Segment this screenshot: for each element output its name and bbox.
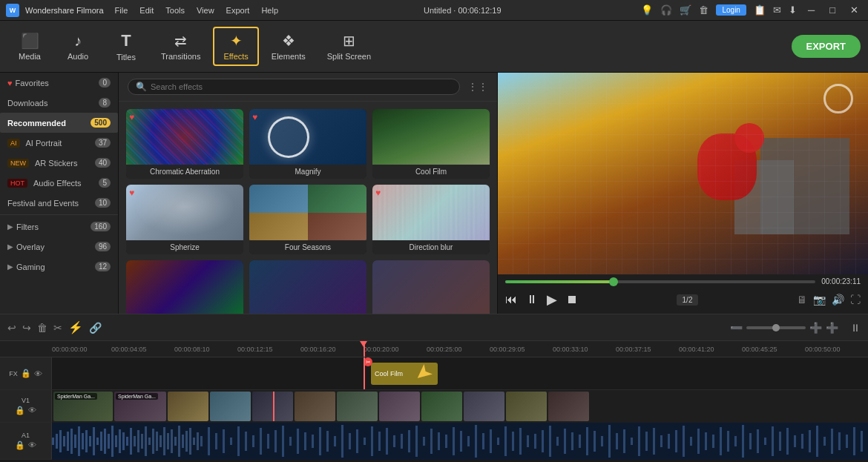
delete-button[interactable]: 🗑: [37, 322, 47, 334]
video-thumb-11[interactable]: [506, 392, 547, 421]
panel-item-gaming[interactable]: ▶ Gaming 12: [0, 257, 118, 277]
pause-timeline-icon[interactable]: ⏸: [850, 322, 861, 334]
panel-item-festival[interactable]: Festival and Events 10: [0, 193, 118, 213]
add-track-icon[interactable]: ➕: [826, 322, 838, 334]
effect-card-r3c[interactable]: [372, 260, 490, 314]
menu-view[interactable]: View: [191, 4, 220, 16]
preview-video: [498, 73, 868, 274]
search-bar[interactable]: 🔍: [128, 79, 460, 95]
play-button[interactable]: ▶: [547, 291, 557, 308]
panel-item-downloads[interactable]: Downloads 8: [0, 93, 118, 113]
volume-icon[interactable]: 🔊: [832, 294, 844, 306]
camera-icon[interactable]: 📷: [813, 294, 826, 306]
lightbulb-icon[interactable]: 💡: [641, 4, 653, 16]
tool-elements[interactable]: ❖ Elements: [263, 28, 315, 65]
video-thumb-6[interactable]: [295, 392, 335, 421]
bookmark-icon[interactable]: 📋: [754, 4, 766, 16]
video-thumb-2[interactable]: SpiderMan Ga...: [114, 392, 166, 421]
undo-button[interactable]: ↩: [7, 322, 16, 334]
audio-lock-icon[interactable]: 🔒: [15, 440, 25, 450]
tool-titles[interactable]: T Titles: [104, 27, 148, 65]
cool-film-clip[interactable]: Cool Film: [371, 363, 438, 385]
cut-button[interactable]: ✂: [53, 322, 62, 334]
menu-file[interactable]: File: [110, 4, 134, 16]
video-thumb-3[interactable]: [168, 392, 208, 421]
maximize-button[interactable]: □: [826, 4, 839, 16]
login-button[interactable]: Login: [716, 4, 746, 16]
video-thumb-9[interactable]: [421, 392, 462, 421]
effect-card-four-seasons[interactable]: Four Seasons: [249, 185, 366, 254]
svg-rect-94: [594, 431, 596, 452]
tool-transitions[interactable]: ⇄ Transitions: [152, 28, 209, 65]
video-thumb-5[interactable]: [252, 392, 293, 421]
menu-help[interactable]: Help: [256, 4, 283, 16]
title-bar-right: 💡 🎧 🛒 🗑 Login 📋 ✉ ⬇ ─ □ ✕: [641, 4, 862, 16]
audio-eye-icon[interactable]: 👁: [28, 440, 36, 450]
tool-media[interactable]: ⬛ Media: [7, 28, 52, 65]
panel-item-overlay[interactable]: ▶ Overlay 96: [0, 237, 118, 257]
svg-rect-112: [727, 431, 729, 452]
split-button[interactable]: ⚡: [68, 320, 83, 334]
elements-icon: ❖: [282, 32, 295, 50]
svg-rect-42: [208, 427, 210, 455]
zoom-slider[interactable]: [746, 326, 806, 329]
minimize-button[interactable]: ─: [804, 4, 818, 16]
headphone-icon[interactable]: 🎧: [660, 4, 672, 16]
progress-thumb[interactable]: [609, 277, 618, 286]
monitor-icon[interactable]: 🖥: [797, 294, 807, 306]
fx-eye-icon[interactable]: 👁: [34, 369, 42, 378]
panel-item-filters[interactable]: ▶ Filters 160: [0, 217, 118, 237]
video-thumb-4[interactable]: [210, 392, 251, 421]
page-ratio[interactable]: 1/2: [677, 294, 699, 306]
svg-rect-69: [408, 430, 410, 452]
effect-card-r3b[interactable]: [249, 260, 366, 314]
download-icon[interactable]: ⬇: [789, 4, 797, 16]
effect-card-r3a[interactable]: [126, 260, 243, 314]
svg-rect-78: [475, 425, 477, 458]
panel-item-audio-effects[interactable]: HOT Audio Effects 5: [0, 173, 118, 193]
effect-card-chromatic[interactable]: ♥ Chromatic Aberration: [126, 109, 243, 179]
panel-item-favorites[interactable]: ♥ Favorites 0: [0, 73, 118, 93]
panel-item-ar-stickers[interactable]: NEW AR Stickers 40: [0, 153, 118, 173]
tool-effects[interactable]: ✦ Effects: [213, 27, 258, 66]
menu-edit[interactable]: Edit: [134, 4, 159, 16]
video-eye-icon[interactable]: 👁: [28, 406, 36, 415]
video-thumb-1[interactable]: SpiderMan Ga...: [53, 392, 113, 421]
menu-tools[interactable]: Tools: [160, 4, 190, 16]
video-thumb-7[interactable]: [337, 392, 378, 421]
tool-audio[interactable]: ♪ Audio: [56, 29, 100, 65]
svg-rect-20: [122, 432, 125, 450]
snap-button[interactable]: 🔗: [89, 322, 102, 334]
video-thumb-10[interactable]: [464, 392, 504, 421]
effect-card-spherize[interactable]: ♥ Spherize: [126, 185, 243, 254]
progress-track[interactable]: [505, 280, 815, 283]
panel-item-ai-portrait[interactable]: AI AI Portrait 37: [0, 133, 118, 153]
svg-rect-15: [104, 429, 106, 454]
video-lock-icon[interactable]: 🔒: [15, 406, 25, 415]
video-thumb-8[interactable]: [379, 392, 420, 421]
export-button[interactable]: EXPORT: [792, 35, 861, 58]
grid-view-icon[interactable]: ⋮⋮: [467, 81, 488, 93]
progress-bar-area: 00:00:23:11: [505, 277, 861, 286]
stop-button[interactable]: ⏹: [566, 293, 578, 306]
redo-button[interactable]: ↪: [22, 322, 31, 334]
effect-card-cool-film[interactable]: Cool Film: [372, 109, 490, 179]
step-back-button[interactable]: ⏮: [505, 293, 517, 306]
zoom-in-icon[interactable]: ➕: [809, 322, 822, 334]
shop-icon[interactable]: 🛒: [680, 4, 691, 16]
video-thumb-12[interactable]: [548, 392, 589, 421]
fx-lock-icon[interactable]: 🔒: [21, 369, 31, 378]
panel-item-recommended[interactable]: Recommended 500: [0, 113, 118, 133]
effect-card-magnify[interactable]: ♥ Magnify: [249, 109, 366, 179]
pause-button[interactable]: ⏸: [526, 293, 538, 306]
effect-card-direction-blur[interactable]: ♥ Direction blur: [372, 185, 490, 254]
trash-icon[interactable]: 🗑: [699, 4, 708, 16]
close-button[interactable]: ✕: [846, 4, 862, 16]
mail-icon[interactable]: ✉: [773, 4, 781, 16]
fullscreen-icon[interactable]: ⛶: [850, 294, 861, 306]
menu-export[interactable]: Export: [221, 4, 255, 16]
search-input[interactable]: [151, 82, 452, 91]
tool-split-screen[interactable]: ⊞ Split Screen: [318, 28, 380, 65]
zoom-out-icon[interactable]: ➖: [730, 322, 743, 334]
zoom-thumb[interactable]: [772, 324, 780, 331]
